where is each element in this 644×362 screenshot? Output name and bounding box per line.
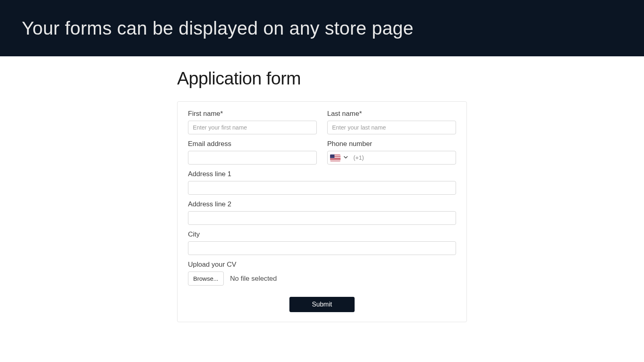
cv-label: Upload your CV: [188, 261, 456, 269]
address2-label: Address line 2: [188, 200, 456, 208]
content-area: Application form First name* Last name* …: [0, 56, 644, 322]
email-input[interactable]: [188, 151, 317, 165]
first-name-label: First name*: [188, 110, 317, 118]
application-form-card: First name* Last name* Email address Pho…: [177, 101, 467, 322]
phone-input[interactable]: [351, 151, 453, 164]
phone-field-wrap: [327, 151, 456, 165]
address1-label: Address line 1: [188, 170, 456, 178]
first-name-input[interactable]: [188, 121, 317, 134]
phone-label: Phone number: [327, 140, 456, 148]
submit-button[interactable]: Submit: [289, 297, 355, 312]
us-flag-icon[interactable]: [330, 154, 341, 161]
page-title: Application form: [177, 68, 467, 88]
browse-button[interactable]: Browse...: [188, 272, 224, 286]
address1-input[interactable]: [188, 181, 456, 195]
header-title: Your forms can be displayed on any store…: [22, 17, 413, 39]
last-name-input[interactable]: [327, 121, 456, 134]
last-name-label: Last name*: [327, 110, 456, 118]
city-input[interactable]: [188, 241, 456, 255]
email-label: Email address: [188, 140, 317, 148]
chevron-down-icon[interactable]: [343, 154, 348, 161]
city-label: City: [188, 230, 456, 239]
address2-input[interactable]: [188, 211, 456, 225]
header-bar: Your forms can be displayed on any store…: [0, 0, 644, 56]
file-selection-status: No file selected: [230, 275, 277, 283]
